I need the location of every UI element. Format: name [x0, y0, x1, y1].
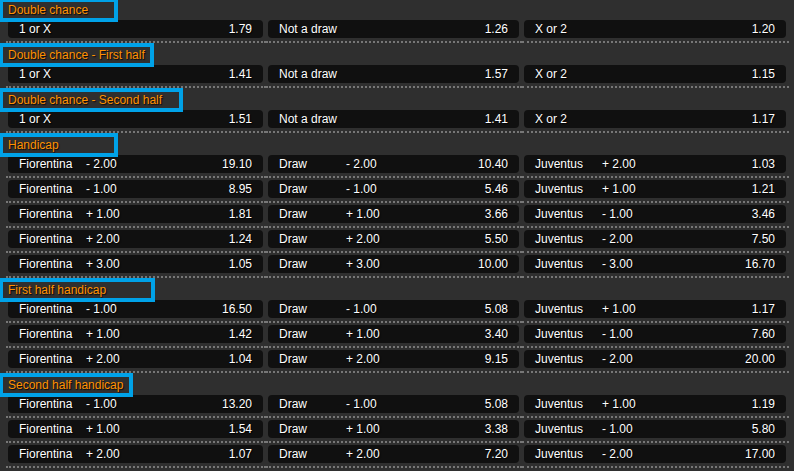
section-title: Double chance - First half	[8, 48, 145, 62]
odds-cell[interactable]: Draw+ 1.003.38	[268, 420, 519, 438]
section-header: Double chance - First half	[0, 45, 794, 65]
section-header: First half handicap	[0, 280, 794, 300]
odds-row: Fiorentina+ 2.001.07Draw+ 2.007.20Juvent…	[8, 445, 786, 463]
odds-cell[interactable]: Fiorentina+ 3.001.05	[8, 255, 263, 273]
odds-cell[interactable]: Fiorentina+ 1.001.42	[8, 325, 263, 343]
odds-value: 1.41	[485, 110, 519, 128]
odds-cell[interactable]: Draw+ 2.007.20	[268, 445, 519, 463]
section-header: Handicap	[0, 135, 794, 155]
odds-cell[interactable]: Juventus- 3.0016.70	[524, 255, 786, 273]
handicap-value: - 2.00	[602, 350, 633, 368]
selection-label: Fiorentina	[8, 155, 72, 173]
odds-cell[interactable]: Juventus- 2.0020.00	[524, 350, 786, 368]
odds-value: 1.24	[229, 230, 263, 248]
odds-cell[interactable]: Fiorentina- 2.0019.10	[8, 155, 263, 173]
odds-cell[interactable]: Fiorentina- 1.0013.20	[8, 395, 263, 413]
selection-label: Fiorentina	[8, 300, 72, 318]
odds-value: 3.40	[485, 325, 519, 343]
odds-cell[interactable]: Draw+ 1.003.40	[268, 325, 519, 343]
odds-cell[interactable]: Juventus- 1.007.60	[524, 325, 786, 343]
selection-label: Draw	[268, 230, 307, 248]
odds-cell[interactable]: Draw- 2.0010.40	[268, 155, 519, 173]
odds-cell[interactable]: Juventus- 1.005.80	[524, 420, 786, 438]
odds-cell[interactable]: Not a draw1.41	[268, 110, 519, 128]
odds-value: 5.08	[485, 395, 519, 413]
selection-label: X or 2	[524, 110, 567, 128]
handicap-value: + 1.00	[86, 420, 120, 438]
betting-odds-panel: Double chance1 or X1.79Not a draw1.26X o…	[0, 0, 794, 471]
odds-cell[interactable]: Fiorentina+ 2.001.04	[8, 350, 263, 368]
selection-label: Juventus	[524, 445, 583, 463]
odds-value: 1.17	[752, 110, 786, 128]
odds-cell[interactable]: Juventus+ 2.001.03	[524, 155, 786, 173]
odds-cell[interactable]: Juventus+ 1.001.19	[524, 395, 786, 413]
odds-cell[interactable]: Fiorentina+ 2.001.07	[8, 445, 263, 463]
handicap-value: + 1.00	[86, 205, 120, 223]
odds-value: 10.00	[478, 255, 519, 273]
selection-label: Draw	[268, 155, 307, 173]
odds-cell[interactable]: 1 or X1.41	[8, 65, 263, 83]
handicap-value: + 2.00	[346, 230, 380, 248]
odds-cell[interactable]: Juventus- 2.007.50	[524, 230, 786, 248]
odds-cell[interactable]: Juventus+ 1.001.17	[524, 300, 786, 318]
odds-cell[interactable]: Juventus+ 1.001.21	[524, 180, 786, 198]
odds-cell[interactable]: Not a draw1.57	[268, 65, 519, 83]
odds-cell[interactable]: Draw+ 2.005.50	[268, 230, 519, 248]
odds-value: 1.41	[229, 65, 263, 83]
handicap-value: + 2.00	[346, 350, 380, 368]
odds-cell[interactable]: X or 21.17	[524, 110, 786, 128]
odds-row: Fiorentina- 1.008.95Draw- 1.005.46Juvent…	[8, 180, 786, 198]
odds-cell[interactable]: Draw- 1.005.08	[268, 300, 519, 318]
section-title: First half handicap	[8, 283, 106, 297]
odds-value: 1.57	[485, 65, 519, 83]
odds-cell[interactable]: 1 or X1.51	[8, 110, 263, 128]
section-rows: 1 or X1.51Not a draw1.41X or 21.17	[0, 110, 794, 128]
odds-cell[interactable]: Draw- 1.005.46	[268, 180, 519, 198]
selection-label: Draw	[268, 445, 307, 463]
selection-label: X or 2	[524, 65, 567, 83]
odds-cell[interactable]: Draw+ 1.003.66	[268, 205, 519, 223]
odds-cell[interactable]: 1 or X1.79	[8, 20, 263, 38]
odds-cell[interactable]: Draw+ 2.009.15	[268, 350, 519, 368]
odds-section-double-chance: Double chance1 or X1.79Not a draw1.26X o…	[0, 0, 794, 38]
selection-label: Not a draw	[268, 65, 337, 83]
selection-label: Draw	[268, 255, 307, 273]
odds-cell[interactable]: Not a draw1.26	[268, 20, 519, 38]
handicap-value: - 1.00	[86, 300, 117, 318]
odds-row: 1 or X1.41Not a draw1.57X or 21.15	[8, 65, 786, 83]
odds-section-second-half-handicap: Second half handicapFiorentina- 1.0013.2…	[0, 375, 794, 463]
odds-cell[interactable]: Fiorentina+ 1.001.81	[8, 205, 263, 223]
handicap-value: + 1.00	[602, 180, 636, 198]
odds-value: 16.70	[745, 255, 786, 273]
odds-value: 7.50	[752, 230, 786, 248]
odds-cell[interactable]: Fiorentina- 1.0016.50	[8, 300, 263, 318]
odds-value: 3.66	[485, 205, 519, 223]
odds-value: 1.51	[229, 110, 263, 128]
odds-cell[interactable]: Fiorentina+ 2.001.24	[8, 230, 263, 248]
handicap-value: + 2.00	[86, 350, 120, 368]
selection-label: Draw	[268, 300, 307, 318]
odds-value: 7.20	[485, 445, 519, 463]
selection-label: Juventus	[524, 155, 583, 173]
handicap-value: - 1.00	[346, 395, 377, 413]
odds-value: 8.95	[229, 180, 263, 198]
odds-cell[interactable]: Fiorentina+ 1.001.54	[8, 420, 263, 438]
odds-cell[interactable]: Fiorentina- 1.008.95	[8, 180, 263, 198]
selection-label: Fiorentina	[8, 180, 72, 198]
odds-cell[interactable]: Juventus- 1.003.46	[524, 205, 786, 223]
handicap-value: + 3.00	[346, 255, 380, 273]
odds-value: 19.10	[222, 155, 263, 173]
odds-value: 1.26	[485, 20, 519, 38]
odds-cell[interactable]: X or 21.20	[524, 20, 786, 38]
selection-label: Juventus	[524, 325, 583, 343]
selection-label: Juventus	[524, 180, 583, 198]
odds-row: 1 or X1.79Not a draw1.26X or 21.20	[8, 20, 786, 38]
handicap-value: - 3.00	[602, 255, 633, 273]
odds-cell[interactable]: Juventus- 2.0017.00	[524, 445, 786, 463]
section-rows: Fiorentina- 2.0019.10Draw- 2.0010.40Juve…	[0, 155, 794, 273]
odds-cell[interactable]: X or 21.15	[524, 65, 786, 83]
odds-value: 13.20	[222, 395, 263, 413]
odds-cell[interactable]: Draw- 1.005.08	[268, 395, 519, 413]
odds-cell[interactable]: Draw+ 3.0010.00	[268, 255, 519, 273]
odds-value: 1.04	[229, 350, 263, 368]
